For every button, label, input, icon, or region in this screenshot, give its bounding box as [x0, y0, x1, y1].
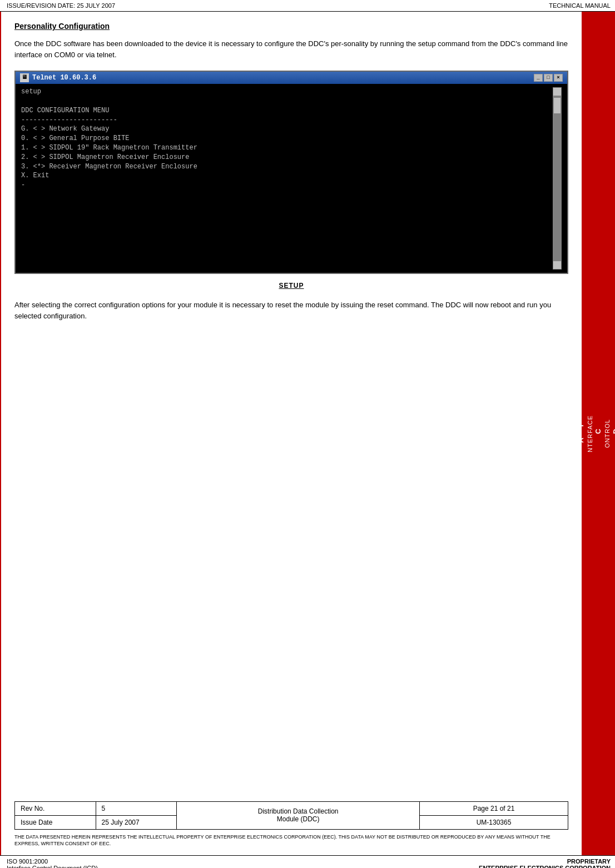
iso-label: ISO 9001:2000	[7, 858, 98, 865]
minimize-button[interactable]: _	[534, 74, 543, 82]
footer-issue-value: 25 July 2007	[96, 815, 177, 829]
telnet-window: 🖥 Telnet 10.60.3.6 _ □ × setup DDC CONFI…	[14, 71, 568, 274]
telnet-content: setup DDC CONFIGURATION MENU -----------…	[21, 87, 553, 270]
header-bar: ISSUE/REVISION DATE: 25 JULY 2007 TECHNI…	[0, 0, 615, 12]
scrollbar-thumb[interactable]	[553, 97, 561, 114]
bottom-left: ISO 9001:2000 Interface Control Document…	[7, 858, 98, 868]
figure-caption: SETUP	[14, 282, 568, 290]
scrollbar-down-arrow[interactable]: ▼	[553, 261, 562, 270]
company-label: ENTERPRISE ELECTRONICS CORPORATION	[479, 865, 611, 868]
scrollbar-up-arrow[interactable]: ▲	[553, 87, 562, 96]
bottom-bar: ISO 9001:2000 Interface Control Document…	[0, 855, 615, 868]
footer-rev-label: Rev No.	[15, 801, 96, 815]
telnet-title: Telnet 10.60.3.6	[32, 74, 96, 82]
sidebar-documents: DOCUMENTS (ICD)	[612, 414, 615, 453]
footer-doc-num: UM-130365	[420, 815, 568, 829]
close-button[interactable]: ×	[554, 74, 563, 82]
footer-disclaimer: THE DATA PRESENTED HEREIN REPRESENTS THE…	[14, 832, 568, 850]
sidebar-right: APPENDIX A INTERFACE CONTROL DOCUMENTS (…	[583, 12, 615, 855]
body-text-2: After selecting the correct configuratio…	[14, 300, 568, 322]
footer-issue-label: Issue Date	[15, 815, 96, 829]
header-left: ISSUE/REVISION DATE: 25 JULY 2007	[7, 2, 115, 9]
bottom-right: PROPRIETARY ENTERPRISE ELECTRONICS CORPO…	[479, 858, 611, 868]
body-text-1: Once the DDC software has been downloade…	[14, 38, 568, 61]
telnet-icon: 🖥	[20, 73, 29, 82]
section-title: Personality Configuration	[14, 22, 568, 31]
icd-label: Interface Control Document (ICD)	[7, 865, 98, 868]
sidebar-text: APPENDIX A INTERFACE CONTROL DOCUMENTS (…	[559, 408, 615, 459]
footer-rev-value: 5	[96, 801, 177, 815]
header-right: TECHNICAL MANUAL	[549, 2, 611, 9]
footer-module-label: Distribution Data CollectionModule (DDC)	[177, 801, 420, 829]
sidebar-interface: INTERFACE	[577, 414, 594, 453]
proprietary-label: PROPRIETARY	[479, 858, 611, 865]
footer-page: Page 21 of 21	[420, 801, 568, 815]
restore-button[interactable]: □	[544, 74, 553, 82]
sidebar-control: CONTROL	[594, 414, 612, 453]
footer-table: Rev No. 5 Distribution Data CollectionMo…	[14, 801, 568, 830]
sidebar-appendix: APPENDIX A	[559, 414, 585, 453]
